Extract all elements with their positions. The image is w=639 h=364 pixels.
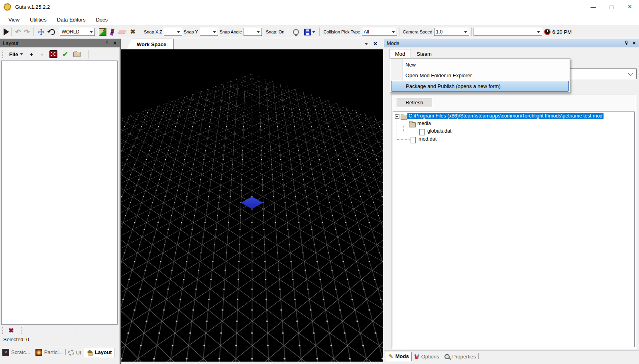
layout-panel-header: Layout ×: [0, 39, 120, 47]
eraser-icon[interactable]: [118, 30, 126, 34]
checkmark-icon[interactable]: ✔: [62, 51, 68, 58]
menu-mod[interactable]: Mod: [389, 49, 411, 59]
menu-item-open-mod-folder[interactable]: Open Mod Folder in Explorer: [391, 70, 569, 81]
play-icon[interactable]: [4, 28, 9, 35]
close-button[interactable]: ×: [621, 0, 639, 14]
workspace-dropdown-arrow-icon[interactable]: [365, 43, 368, 45]
file-menu-button[interactable]: File: [7, 51, 26, 58]
snap-angle-select[interactable]: [244, 28, 262, 36]
dropdown-arrow-icon: [392, 31, 395, 33]
menu-data-editors[interactable]: Data Editors: [52, 15, 91, 24]
undo-icon[interactable]: ↶: [15, 29, 21, 35]
collision-pick-type-value: All: [364, 29, 369, 35]
tree-item-globals[interactable]: globals.dat: [427, 128, 451, 134]
menu-item-label: New: [405, 62, 416, 68]
delete-tool-icon[interactable]: ✖: [130, 29, 136, 35]
toolbar-separator: [11, 27, 12, 36]
folder-icon[interactable]: [73, 52, 81, 57]
camera-speed-select[interactable]: 1.0: [434, 28, 469, 36]
close-panel-icon[interactable]: ×: [633, 40, 636, 46]
light-bulb-icon[interactable]: [293, 29, 299, 35]
tab-work-space[interactable]: Work Space: [127, 39, 174, 49]
remove-button[interactable]: -: [37, 51, 47, 58]
title-bar: Guts v.1.25.2.2 — □ ×: [0, 0, 639, 14]
close-panel-icon[interactable]: ×: [113, 40, 116, 46]
tree-item-mod-dat[interactable]: mod.dat: [419, 136, 436, 142]
time-of-day-select[interactable]: [474, 28, 542, 36]
maximize-button[interactable]: □: [602, 0, 621, 14]
tab-label: UI: [76, 350, 81, 356]
brush-icon[interactable]: [110, 28, 114, 35]
terrain-paint-icon[interactable]: [99, 28, 106, 36]
pin-icon[interactable]: [624, 41, 629, 45]
particle-icon: [35, 349, 42, 356]
collapse-icon[interactable]: [402, 122, 406, 126]
snap-y-select[interactable]: [200, 28, 218, 36]
world-select[interactable]: WORLD: [60, 28, 95, 36]
main-toolbar: ↶ ↷ WORLD ✖ Snap X,Z Snap Y Snap Angle S…: [0, 25, 639, 38]
minimize-button[interactable]: —: [584, 0, 602, 14]
menu-docs[interactable]: Docs: [90, 15, 113, 24]
collapse-icon[interactable]: [395, 114, 399, 119]
pencil-icon: ✎: [389, 354, 393, 359]
dropdown-arrow-icon: [257, 31, 260, 33]
file-icon: [419, 129, 425, 135]
tab-ui[interactable]: UI: [66, 348, 84, 357]
layout-list-box[interactable]: [1, 61, 118, 325]
tab-mods[interactable]: ✎ Mods: [386, 352, 412, 361]
camera-speed-value: 1.0: [436, 29, 443, 35]
menu-item-new[interactable]: New: [391, 59, 569, 70]
menu-steam[interactable]: Steam: [411, 49, 437, 59]
right-bottom-tabstrip: ✎ Mods Options Properties: [384, 350, 639, 361]
dice-icon[interactable]: [49, 50, 57, 58]
selected-terrain-cell: [241, 197, 263, 209]
menu-view[interactable]: View: [3, 15, 25, 24]
mods-menu-bar: Mod Steam: [384, 48, 639, 59]
tab-options[interactable]: Options: [412, 352, 442, 361]
workspace-close-icon[interactable]: ×: [374, 41, 377, 47]
folder-icon: [401, 115, 407, 120]
tab-label: Properties: [452, 354, 476, 360]
snap-y-label: Snap Y: [184, 29, 198, 34]
menu-utilities[interactable]: Utilities: [25, 15, 52, 24]
tree-item-mod-root[interactable]: C:\Program Files (x86)\Steam\steamapps\c…: [407, 113, 604, 119]
dropdown-arrow-icon: [20, 53, 23, 55]
tab-scratchpad[interactable]: ✕ Scratc...: [0, 347, 33, 357]
tab-properties[interactable]: Properties: [442, 352, 478, 361]
menu-bar: View Utilities Data Editors Docs: [0, 14, 639, 25]
redo-icon[interactable]: ↷: [24, 29, 29, 35]
snap-status-label[interactable]: Snap: On: [266, 29, 284, 34]
toolbar-grip[interactable]: [21, 327, 23, 334]
workspace-3d-viewport[interactable]: [121, 49, 383, 362]
house-icon: [87, 350, 93, 355]
tab-label: Options: [421, 354, 439, 360]
tab-label: Scratc...: [11, 349, 30, 355]
layout-bottom-toolbar: ✖: [0, 325, 120, 336]
workspace-tabstrip: Work Space ×: [121, 39, 383, 49]
pin-icon[interactable]: [105, 41, 109, 45]
mod-files-tree[interactable]: C:\Program Files (x86)\Steam\steamapps\c…: [393, 112, 635, 347]
folder-icon: [409, 122, 416, 127]
menu-item-package-and-publish[interactable]: Package and Publish (opens a new form): [391, 81, 569, 92]
collision-pick-type-select[interactable]: All: [362, 28, 397, 36]
toolbar-separator: [319, 27, 320, 36]
snap-xz-select[interactable]: [164, 28, 182, 36]
save-icon[interactable]: [304, 29, 311, 35]
tree-item-media[interactable]: media: [417, 121, 431, 126]
selected-count-status: Selected: 0: [3, 337, 29, 342]
add-button[interactable]: +: [26, 51, 37, 58]
toolbar-grip[interactable]: [2, 51, 4, 58]
terrain-grid: [121, 74, 383, 362]
menu-item-label: Package and Publish (opens a new form): [406, 83, 501, 89]
refresh-button[interactable]: Refresh: [397, 98, 432, 107]
delete-red-x-icon[interactable]: ✖: [8, 327, 14, 334]
tab-particles[interactable]: Particl...: [33, 347, 65, 357]
rotate-tool-icon[interactable]: [48, 28, 56, 36]
camera-speed-label: Camera Speed: [403, 29, 433, 34]
tab-layout[interactable]: Layout: [84, 348, 115, 357]
move-tool-icon[interactable]: [38, 29, 45, 35]
dropdown-arrow-icon: [464, 31, 467, 33]
toolbar-grip[interactable]: [2, 327, 4, 334]
save-dropdown-arrow-icon[interactable]: [312, 31, 315, 33]
dropdown-arrow-icon: [90, 31, 93, 33]
